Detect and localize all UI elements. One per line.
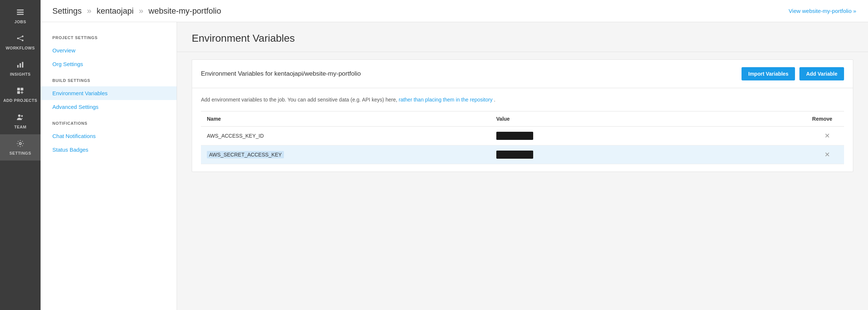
remove-aws-secret-button[interactable]: ✕ xyxy=(822,151,832,159)
insights-icon xyxy=(16,61,24,70)
team-icon xyxy=(16,113,24,123)
description-link[interactable]: rather than placing them in the reposito… xyxy=(399,97,492,103)
svg-point-4 xyxy=(22,35,24,37)
card-header-title: Environment Variables for kentaojapi/web… xyxy=(201,70,361,78)
add-projects-icon xyxy=(16,87,24,96)
top-header: Settings » kentaojapi » website-my-portf… xyxy=(41,0,868,22)
svg-rect-2 xyxy=(17,14,24,15)
env-value-cell xyxy=(490,127,715,145)
project-settings-section: PROJECT SETTINGS xyxy=(41,35,177,44)
svg-point-3 xyxy=(17,38,19,39)
breadcrumb-sep-1: » xyxy=(87,6,91,16)
left-nav: PROJECT SETTINGS Overview Org Settings B… xyxy=(41,22,177,310)
breadcrumb-sep-2: » xyxy=(139,6,143,16)
svg-rect-12 xyxy=(21,88,23,90)
sidebar-item-insights[interactable]: INSIGHTS xyxy=(0,55,41,82)
sidebar-item-team-label: TEAM xyxy=(14,125,26,129)
svg-rect-9 xyxy=(20,63,21,68)
breadcrumb-project: website-my-portfolio xyxy=(149,6,221,16)
svg-point-17 xyxy=(21,115,23,117)
nav-overview[interactable]: Overview xyxy=(41,44,177,57)
nav-env-variables[interactable]: Environment Variables xyxy=(41,86,177,100)
svg-line-6 xyxy=(19,37,22,38)
nav-status-badges[interactable]: Status Badges xyxy=(41,143,177,156)
svg-rect-1 xyxy=(17,12,24,13)
value-mask-secret xyxy=(496,151,533,159)
description-end: . xyxy=(494,97,496,103)
description-start: Add environment variables to the job. Yo… xyxy=(201,97,397,103)
add-variable-button[interactable]: Add Variable xyxy=(799,67,844,80)
breadcrumb-settings: Settings xyxy=(52,6,82,16)
svg-rect-11 xyxy=(17,88,20,90)
env-name-aws-access: AWS_ACCESS_KEY_ID xyxy=(207,133,264,139)
sidebar: JOBS WORKFLOWS INSIGHTS xyxy=(0,0,41,310)
sidebar-item-jobs[interactable]: JOBS xyxy=(0,3,41,29)
page-title-bar: Environment Variables xyxy=(177,22,868,52)
notifications-section: NOTIFICATIONS xyxy=(41,121,177,129)
env-name-aws-secret: AWS_SECRET_ACCESS_KEY xyxy=(207,151,284,158)
import-variables-button[interactable]: Import Variables xyxy=(742,67,795,80)
svg-point-5 xyxy=(22,39,24,41)
svg-point-18 xyxy=(19,142,21,145)
breadcrumb: Settings » kentaojapi » website-my-portf… xyxy=(52,6,221,16)
col-value-header: Value xyxy=(490,111,715,127)
svg-rect-8 xyxy=(17,65,19,68)
sidebar-item-settings-label: SETTINGS xyxy=(9,151,31,155)
svg-line-7 xyxy=(19,39,22,40)
sidebar-item-insights-label: INSIGHTS xyxy=(10,72,31,76)
nav-chat-notifications[interactable]: Chat Notifications xyxy=(41,129,177,143)
right-content: Environment Variables Environment Variab… xyxy=(177,22,868,310)
env-name-cell: AWS_ACCESS_KEY_ID xyxy=(201,127,490,145)
nav-advanced-settings[interactable]: Advanced Settings xyxy=(41,100,177,114)
settings-icon xyxy=(16,140,24,149)
content-layout: PROJECT SETTINGS Overview Org Settings B… xyxy=(41,22,868,310)
breadcrumb-org: kentaojapi xyxy=(97,6,133,16)
sidebar-item-workflows-label: WORKFLOWS xyxy=(6,46,35,50)
env-variables-card: Environment Variables for kentaojapi/web… xyxy=(192,59,853,172)
value-mask xyxy=(496,132,533,140)
col-remove-header: Remove xyxy=(715,111,844,127)
svg-rect-10 xyxy=(22,62,24,68)
env-name-cell: AWS_SECRET_ACCESS_KEY xyxy=(201,145,490,164)
card-header: Environment Variables for kentaojapi/web… xyxy=(192,60,853,88)
build-settings-section: BUILD SETTINGS xyxy=(41,78,177,86)
card-description: Add environment variables to the job. Yo… xyxy=(201,96,844,104)
svg-point-16 xyxy=(18,114,20,117)
sidebar-item-settings[interactable]: SETTINGS xyxy=(0,134,41,161)
card-body: Add environment variables to the job. Yo… xyxy=(192,88,853,172)
card-header-actions: Import Variables Add Variable xyxy=(742,67,844,80)
sidebar-item-jobs-label: JOBS xyxy=(14,20,26,24)
env-remove-cell: ✕ xyxy=(715,145,844,164)
sidebar-item-workflows[interactable]: WORKFLOWS xyxy=(0,29,41,55)
jobs-icon xyxy=(16,8,24,17)
table-row: AWS_SECRET_ACCESS_KEY ✕ xyxy=(201,145,844,164)
svg-rect-13 xyxy=(17,91,20,94)
remove-aws-access-button[interactable]: ✕ xyxy=(822,132,832,140)
workflows-icon xyxy=(16,34,24,44)
col-name-header: Name xyxy=(201,111,490,127)
nav-org-settings[interactable]: Org Settings xyxy=(41,57,177,71)
view-project-link[interactable]: View website-my-portfolio » xyxy=(789,8,856,14)
sidebar-item-add-projects[interactable]: ADD PROJECTS xyxy=(0,82,41,108)
env-table: Name Value Remove AWS_ACCESS_KEY_ID xyxy=(201,111,844,164)
main-wrapper: Settings » kentaojapi » website-my-portf… xyxy=(41,0,868,310)
sidebar-item-team[interactable]: TEAM xyxy=(0,108,41,134)
sidebar-item-add-projects-label: ADD PROJECTS xyxy=(1,98,39,103)
page-title: Environment Variables xyxy=(192,32,853,44)
svg-rect-0 xyxy=(17,10,24,11)
env-remove-cell: ✕ xyxy=(715,127,844,145)
table-row: AWS_ACCESS_KEY_ID ✕ xyxy=(201,127,844,145)
env-value-cell xyxy=(490,145,715,164)
